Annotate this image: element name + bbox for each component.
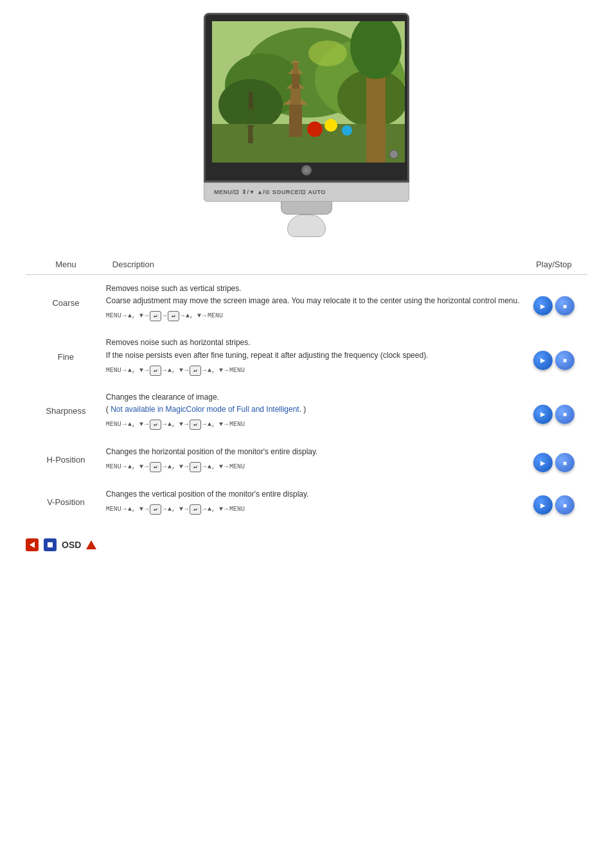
svg-rect-22 bbox=[48, 542, 53, 547]
svg-rect-7 bbox=[289, 105, 302, 137]
menu-item-vposition: V-Position bbox=[26, 480, 106, 522]
sharpness-highlight: Not available in MagicColor mode of Full… bbox=[111, 405, 301, 414]
nav-sharpness: MENU → ▲, ▼ → ↵ → ▲, ▼ → ↵ → ▲, ▼ → MENU bbox=[106, 420, 520, 430]
play-btn-vposition[interactable]: ▶ bbox=[533, 495, 553, 515]
svg-point-4 bbox=[218, 79, 283, 130]
desc-sharpness-text: Changes the clearance of image. ( Not av… bbox=[106, 391, 520, 416]
header-playstop: Play/Stop bbox=[520, 256, 587, 275]
monitor-hand bbox=[287, 215, 326, 237]
content-table: Menu Description Play/Stop Coarse Remove… bbox=[26, 256, 587, 522]
menu-item-coarse: Coarse bbox=[26, 275, 106, 329]
nav-vposition: MENU → ▲, ▼ → ↵ → ▲, ▼ → ↵ → ▲, ▼ → MENU bbox=[106, 504, 520, 515]
header-menu: Menu bbox=[26, 256, 106, 275]
monitor-screen bbox=[212, 21, 405, 163]
stop-btn-hposition[interactable]: ■ bbox=[555, 453, 574, 472]
table-row: V-Position Changes the vertical position… bbox=[26, 480, 587, 522]
monitor-illustration: MENU/⊡ ⇕/▼ ▲/⊙ SOURCE/⊡ AUTO bbox=[26, 13, 587, 237]
svg-point-17 bbox=[342, 125, 352, 136]
monitor-base: MENU/⊡ ⇕/▼ ▲/⊙ SOURCE/⊡ AUTO bbox=[204, 182, 409, 202]
desc-coarse: Removes noise such as vertical stripes. … bbox=[106, 275, 520, 329]
stop-btn-coarse[interactable]: ■ bbox=[555, 296, 574, 315]
desc-vposition: Changes the vertical position of the mon… bbox=[106, 480, 520, 522]
table-row: Fine Removes noise such as horizontal st… bbox=[26, 329, 587, 383]
svg-point-16 bbox=[324, 119, 337, 132]
svg-point-20 bbox=[308, 40, 347, 66]
desc-sharpness: Changes the clearance of image. ( Not av… bbox=[106, 384, 520, 438]
svg-rect-9 bbox=[290, 89, 301, 105]
header-description: Description bbox=[106, 256, 520, 275]
osd-up-triangle[interactable] bbox=[86, 540, 96, 549]
monitor-screen-wrapper bbox=[204, 13, 409, 182]
btns-sharpness: ▶ ■ bbox=[520, 397, 587, 424]
stop-btn-sharpness[interactable]: ■ bbox=[555, 405, 574, 424]
nav-coarse: MENU → ▲, ▼ → ↵ → ↵ → ▲, ▼ → MENU bbox=[106, 311, 520, 321]
monitor-stand bbox=[281, 202, 332, 215]
btns-coarse: ▶ ■ bbox=[520, 288, 587, 315]
desc-hposition-text: Changes the horizontal position of the m… bbox=[106, 446, 520, 458]
play-btn-fine[interactable]: ▶ bbox=[533, 351, 553, 370]
desc-vposition-text: Changes the vertical position of the mon… bbox=[106, 488, 520, 500]
nav-hposition: MENU → ▲, ▼ → ↵ → ▲, ▼ → ↵ → ▲, ▼ → MENU bbox=[106, 462, 520, 472]
playstop-sharpness: ▶ ■ bbox=[520, 384, 587, 438]
desc-fine: Removes noise such as horizontal stripes… bbox=[106, 329, 520, 383]
page-wrapper: MENU/⊡ ⇕/▼ ▲/⊙ SOURCE/⊡ AUTO Menu Descri… bbox=[0, 0, 613, 567]
svg-rect-13 bbox=[293, 63, 298, 74]
table-header-row: Menu Description Play/Stop bbox=[26, 256, 587, 275]
menu-item-hposition: H-Position bbox=[26, 438, 106, 480]
stop-btn-vposition[interactable]: ■ bbox=[555, 495, 574, 515]
playstop-hposition: ▶ ■ bbox=[520, 438, 587, 480]
play-btn-sharpness[interactable]: ▶ bbox=[533, 405, 553, 424]
desc-hposition: Changes the horizontal position of the m… bbox=[106, 438, 520, 480]
osd-label: OSD bbox=[62, 540, 81, 550]
desc-fine-text: Removes noise such as horizontal stripes… bbox=[106, 337, 520, 361]
table-row: Sharpness Changes the clearance of image… bbox=[26, 384, 587, 438]
btns-hposition: ▶ ■ bbox=[520, 445, 587, 472]
playstop-fine: ▶ ■ bbox=[520, 329, 587, 383]
bottom-navigation: OSD bbox=[26, 535, 587, 554]
btns-fine: ▶ ■ bbox=[520, 343, 587, 370]
nav-icon-stop[interactable] bbox=[44, 538, 57, 551]
menu-item-fine: Fine bbox=[26, 329, 106, 383]
svg-marker-21 bbox=[30, 542, 35, 548]
menu-item-sharpness: Sharpness bbox=[26, 384, 106, 438]
svg-point-15 bbox=[307, 121, 323, 137]
svg-rect-11 bbox=[292, 74, 299, 89]
play-btn-hposition[interactable]: ▶ bbox=[533, 453, 553, 472]
playstop-vposition: ▶ ■ bbox=[520, 480, 587, 522]
power-indicator bbox=[389, 150, 398, 159]
nav-icon-back[interactable] bbox=[26, 538, 39, 551]
table-row: H-Position Changes the horizontal positi… bbox=[26, 438, 587, 480]
play-btn-coarse[interactable]: ▶ bbox=[533, 296, 553, 315]
table-row: Coarse Removes noise such as vertical st… bbox=[26, 275, 587, 329]
btns-vposition: ▶ ■ bbox=[520, 488, 587, 515]
monitor-power-btn bbox=[301, 165, 312, 175]
stop-btn-fine[interactable]: ■ bbox=[555, 351, 574, 370]
monitor-base-text: MENU/⊡ ⇕/▼ ▲/⊙ SOURCE/⊡ AUTO bbox=[214, 189, 326, 195]
desc-coarse-text: Removes noise such as vertical stripes. … bbox=[106, 283, 520, 307]
nav-fine: MENU → ▲, ▼ → ↵ → ▲, ▼ → ↵ → ▲, ▼ → MENU bbox=[106, 366, 520, 376]
playstop-coarse: ▶ ■ bbox=[520, 275, 587, 329]
